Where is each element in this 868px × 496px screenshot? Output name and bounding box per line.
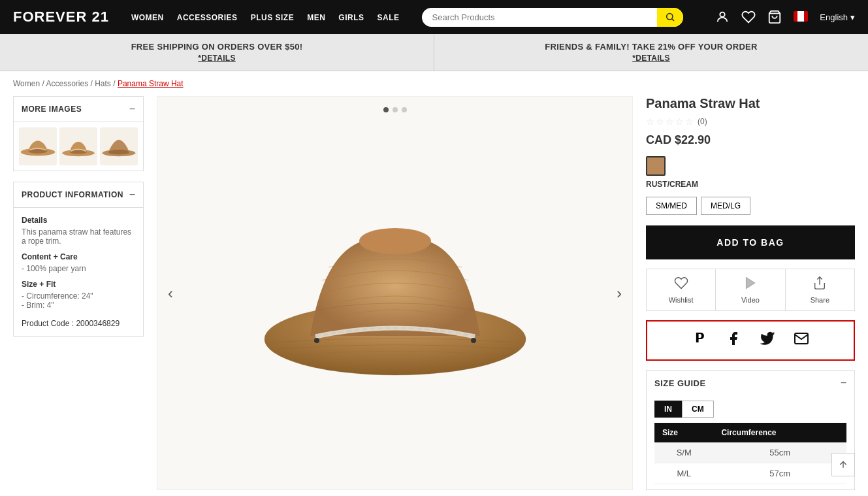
rating-count: (0) [698, 117, 707, 126]
nav-men[interactable]: MEN [307, 13, 325, 22]
hat-thumb-1 [19, 130, 57, 163]
bag-icon [767, 10, 782, 24]
nav-girls[interactable]: GIRLS [338, 13, 364, 22]
product-info-header: PRODUCT INFORMATION − [14, 182, 143, 208]
social-share-box: 𝗣 [646, 320, 855, 361]
search-button[interactable] [657, 8, 683, 27]
add-to-bag-button[interactable]: ADD TO BAG [646, 225, 855, 259]
promo-right-link[interactable]: *Details [632, 54, 670, 63]
scroll-top-button[interactable] [831, 453, 855, 476]
email-icon [794, 331, 809, 346]
nav-sale[interactable]: SALE [377, 13, 399, 22]
share-button[interactable]: Share [786, 269, 854, 310]
pinterest-icon: 𝗣 [692, 331, 707, 346]
thumbnail-grid [14, 122, 143, 171]
size-guide-toggle[interactable]: − [841, 377, 846, 389]
more-images-toggle[interactable]: − [129, 103, 135, 115]
svg-point-2 [720, 12, 725, 17]
svg-text:𝗣: 𝗣 [695, 331, 705, 345]
more-images-header: MORE IMAGES − [14, 97, 143, 122]
breadcrumb-accessories[interactable]: Accessories [46, 79, 88, 88]
search-icon [665, 12, 675, 22]
details-text: This panama straw hat features a rope tr… [22, 227, 135, 246]
canada-flag [794, 11, 808, 22]
size-med-lg[interactable]: MED/LG [701, 197, 750, 215]
size-guide-section: SIZE GUIDE − IN CM Size Circumference S/… [646, 370, 855, 490]
carousel-dots [383, 107, 407, 112]
wishlist-nav-button[interactable] [741, 10, 756, 24]
color-swatch[interactable] [646, 156, 666, 176]
svg-point-14 [471, 338, 476, 343]
breadcrumb-hats[interactable]: Hats [95, 79, 111, 88]
nav-women[interactable]: WOMEN [131, 13, 164, 22]
size-row-2-size: M/L [654, 463, 713, 484]
col-size: Size [654, 423, 713, 442]
unit-in-button[interactable]: IN [654, 401, 682, 418]
hat-thumb-3 [100, 130, 138, 163]
size-row-1: S/M 55cm [654, 442, 846, 463]
content-text: - 100% paper yarn [22, 264, 135, 273]
size-row-1-size: S/M [654, 442, 713, 463]
size-circumference: - Circumference: 24" [22, 291, 135, 301]
nav-plus-size[interactable]: PLUS SIZE [251, 13, 295, 22]
size-guide-header: SIZE GUIDE − [647, 371, 854, 395]
prev-arrow[interactable]: ‹ [163, 279, 178, 308]
search-container [422, 8, 683, 27]
size-options: SM/MED MED/LG [646, 197, 855, 215]
product-details: Panama Straw Hat ☆ ☆ ☆ ☆ ☆ (0) CAD $22.9… [646, 96, 855, 490]
svg-point-0 [666, 14, 672, 20]
pinterest-button[interactable]: 𝗣 [692, 331, 707, 350]
language-selector[interactable]: English ▾ [820, 12, 855, 22]
more-images-section: MORE IMAGES − [13, 96, 144, 171]
star-3[interactable]: ☆ [666, 116, 674, 127]
col-circumference: Circumference [713, 423, 846, 442]
promo-left-link[interactable]: *Details [198, 54, 236, 63]
thumbnail-3[interactable] [100, 127, 138, 165]
breadcrumb-current: Panama Straw Hat [118, 79, 184, 88]
svg-line-1 [672, 19, 674, 21]
sidebar: MORE IMAGES − [13, 96, 144, 490]
size-label: Size + Fit [22, 280, 135, 289]
unit-cm-button[interactable]: CM [682, 401, 714, 418]
product-code: Product Code : 2000346829 [22, 319, 135, 328]
star-5[interactable]: ☆ [685, 116, 694, 127]
dot-3[interactable] [402, 107, 407, 112]
star-1[interactable]: ☆ [646, 116, 654, 127]
nav-accessories[interactable]: ACCESSORIES [177, 13, 238, 22]
star-4[interactable]: ☆ [675, 116, 684, 127]
promo-bar: FREE SHIPPING ON ORDERS OVER $50! *Detai… [0, 34, 868, 71]
star-2[interactable]: ☆ [656, 116, 664, 127]
details-label: Details [22, 216, 135, 225]
next-arrow[interactable]: › [611, 279, 627, 308]
color-name: RUST/CREAM [646, 180, 855, 189]
facebook-button[interactable] [726, 331, 741, 350]
product-image-area: ‹ [157, 96, 633, 490]
twitter-button[interactable] [760, 331, 775, 350]
email-button[interactable] [794, 331, 809, 350]
size-guide-table: Size Circumference S/M 55cm M/L 57cm [654, 423, 846, 484]
brand-logo[interactable]: FOREVER 21 [13, 8, 109, 25]
size-row-2-circ: 57cm [713, 463, 846, 484]
account-button[interactable] [715, 10, 730, 24]
product-info-toggle[interactable]: − [129, 189, 135, 201]
breadcrumb-women[interactable]: Women [13, 79, 40, 88]
svg-point-11 [359, 228, 431, 254]
video-button[interactable]: Video [716, 269, 785, 310]
share-icon [812, 276, 827, 293]
wishlist-button[interactable]: Wishlist [647, 269, 716, 310]
hat-thumb-2 [59, 130, 97, 163]
svg-point-9 [108, 150, 129, 154]
nav-icons: English ▾ [715, 10, 855, 24]
content-label: Content + Care [22, 252, 135, 261]
dot-1[interactable] [383, 107, 389, 112]
nav-links: WOMEN ACCESSORIES PLUS SIZE MEN GIRLS SA… [131, 12, 400, 22]
size-sm-med[interactable]: SM/MED [646, 197, 697, 215]
product-image [245, 169, 545, 418]
bag-button[interactable] [767, 10, 782, 24]
thumbnail-1[interactable] [19, 127, 57, 165]
thumbnail-2[interactable] [59, 127, 97, 165]
dot-2[interactable] [393, 107, 398, 112]
search-input[interactable] [422, 8, 683, 27]
account-icon [715, 10, 730, 24]
facebook-icon [726, 331, 741, 346]
